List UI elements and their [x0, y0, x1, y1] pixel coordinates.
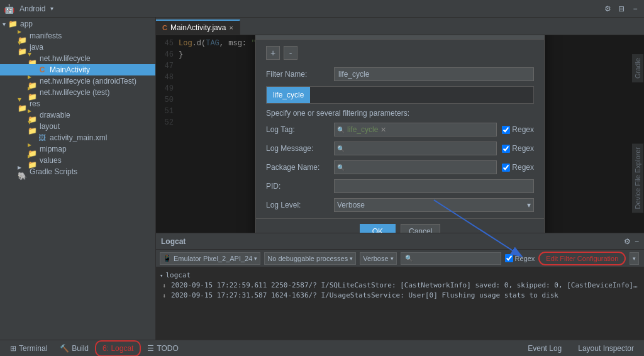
todo-tab[interactable]: ☰ TODO — [141, 342, 184, 355]
sidebar-item-mainactivity[interactable]: C MainActivity — [0, 64, 155, 75]
log-message-input[interactable] — [347, 144, 494, 153]
logcat-title: Logcat — [161, 237, 186, 246]
modal-footer: OK Cancel — [256, 218, 544, 233]
add-filter-button[interactable]: + — [266, 46, 280, 60]
close-tab-icon[interactable]: × — [229, 24, 233, 31]
search-icon: 🔍 — [405, 255, 413, 262]
modal-overlay: 🐱 Create New Logcat Filter ✕ + - — [156, 35, 644, 233]
project-sidebar: ▾ 📁 app ▸ 📁 manifests ▾ 📁 java ▾ 📁 net.h… — [0, 18, 156, 340]
sidebar-item-res[interactable]: ▾ 📁 res — [0, 98, 155, 109]
tab-mainactivity[interactable]: C MainActivity.java × — [156, 19, 240, 35]
log-entry-2: ⬇ 2020-09-15 17:27:31.587 1624-1636/? I/… — [160, 291, 640, 301]
terminal-tab[interactable]: ⊞ Terminal — [4, 342, 53, 355]
sidebar-item-layout[interactable]: ▾ 📁 layout — [0, 121, 155, 132]
xml-file-icon: 🖼 — [38, 133, 47, 142]
chevron-down-icon: ▾ — [633, 255, 636, 262]
top-bar-icons: ⚙ ⊟ − — [602, 4, 640, 14]
log-message-input-wrap: 🔍 — [334, 142, 497, 155]
log-level-icon: ⬇ — [160, 281, 169, 290]
device-icon: 📱 — [163, 254, 172, 262]
build-tab[interactable]: 🔨 Build — [53, 342, 95, 355]
log-tag-regex-checkbox[interactable] — [502, 126, 510, 134]
verbose-selector[interactable]: Verbose ▾ — [360, 252, 396, 265]
search-icon: 🔍 — [337, 126, 345, 133]
layout-inspector-tab[interactable]: Layout Inspector — [572, 342, 640, 355]
log-message-regex-check[interactable]: Regex — [502, 144, 534, 153]
modal-header: 🐱 Create New Logcat Filter ✕ — [256, 35, 544, 40]
logcat-search-box[interactable]: 🔍 — [401, 252, 501, 265]
log-entry-1: ⬇ 2020-09-15 17:22:59.611 2250-2587/? I/… — [160, 281, 640, 291]
sidebar-item-mipmap[interactable]: ▸ 📁 mipmap — [0, 143, 155, 155]
regex-label: Regex — [512, 163, 534, 172]
package-name-label: Package Name: — [266, 163, 329, 172]
package-name-regex-check[interactable]: Regex — [502, 163, 534, 172]
cancel-button[interactable]: Cancel — [401, 224, 440, 233]
sidebar-item-gradle-scripts[interactable]: ▸ 🐘 Gradle Scripts — [0, 166, 155, 177]
folder-icon: ▾ 📁 — [18, 43, 26, 52]
pid-row: PID: — [266, 179, 534, 193]
logcat-regex-label: Regex — [505, 254, 535, 262]
logcat-regex-checkbox[interactable] — [505, 254, 513, 262]
filter-list-item[interactable]: life_cycle — [267, 87, 310, 103]
log-tag-row: Log Tag: 🔍 life_cycle ✕ Regex — [266, 123, 534, 136]
editor-content: 45 Log.d(TAG, msg: "onRestart invoked.")… — [156, 35, 644, 233]
bottom-bar: ⊞ Terminal 🔨 Build 6: Logcat ☰ TODO Even… — [0, 340, 644, 356]
editor-tab-bar: C MainActivity.java × — [156, 18, 644, 35]
emulator-selector[interactable]: 📱 Emulator Pixel_2_API_24 ▾ — [160, 252, 260, 265]
split-icon[interactable]: ⊟ — [616, 4, 626, 14]
dropdown-arrow[interactable]: ▾ — [50, 5, 53, 12]
sidebar-item-lifecycle[interactable]: ▾ 📁 net.hw.lifecycle — [0, 53, 155, 64]
settings-icon[interactable]: ⚙ — [602, 4, 613, 14]
log-level-select[interactable]: Verbose ▾ — [334, 198, 534, 212]
log-text-1: 2020-09-15 17:22:59.611 2250-2587/? I/SQ… — [171, 281, 640, 289]
log-text-2: 2020-09-15 17:27:31.587 1624-1636/? I/Us… — [171, 291, 640, 299]
package-name-regex-checkbox[interactable] — [502, 164, 510, 172]
folder-icon: ▸ 📁 — [28, 88, 36, 97]
package-name-input[interactable] — [347, 163, 494, 172]
remove-filter-button[interactable]: - — [284, 46, 297, 60]
process-selector[interactable]: No debuggable processes ▾ — [264, 252, 356, 265]
minus-icon[interactable]: − — [630, 4, 640, 14]
sidebar-item-activity-main-xml[interactable]: 🖼 activity_main.xml — [0, 132, 155, 143]
edit-filter-button[interactable]: Edit Filter Configuration — [538, 252, 626, 265]
folder-icon: 📁 — [8, 19, 18, 28]
ok-button[interactable]: OK — [360, 224, 396, 233]
build-icon: 🔨 — [60, 344, 69, 353]
log-level-icon: ⬇ — [160, 291, 169, 300]
logcat-toolbar: 📱 Emulator Pixel_2_API_24 ▾ No debuggabl… — [156, 250, 644, 267]
logcat-sublabel: logcat — [165, 271, 191, 279]
log-tag-regex-check[interactable]: Regex — [502, 125, 534, 134]
log-message-label: Log Message: — [266, 144, 329, 153]
sidebar-item-androidtest[interactable]: ▸ 📁 net.hw.lifecycle (androidTest) — [0, 75, 155, 87]
logcat-close-icon[interactable]: − — [635, 237, 639, 246]
specify-label: Specify one or several filtering paramet… — [266, 109, 534, 118]
regex-label: Regex — [512, 144, 534, 153]
terminal-icon: ⊞ — [10, 344, 16, 353]
event-log-tab[interactable]: Event Log — [521, 342, 568, 355]
pid-input[interactable] — [334, 179, 534, 193]
package-name-input-wrap: 🔍 — [334, 160, 497, 174]
sidebar-item-java[interactable]: ▾ 📁 java — [0, 42, 155, 53]
log-level-value: Verbose — [337, 201, 365, 209]
log-message-regex-checkbox[interactable] — [502, 145, 510, 153]
bottom-right-tabs: Event Log Layout Inspector — [521, 342, 640, 355]
filter-name-input[interactable] — [334, 67, 534, 81]
log-level-label: Log Level: — [266, 201, 329, 209]
clear-log-tag-button[interactable]: ✕ — [380, 126, 386, 134]
create-filter-modal: 🐱 Create New Logcat Filter ✕ + - — [255, 35, 545, 233]
filter-name-label: Filter Name: — [266, 70, 329, 79]
regex-label: Regex — [512, 125, 534, 134]
logcat-tab[interactable]: 6: Logcat — [95, 340, 141, 357]
log-message-row: Log Message: 🔍 Regex — [266, 142, 534, 155]
java-tab-icon: C — [162, 24, 167, 31]
folder-icon: ▾ 📁 — [18, 99, 26, 108]
folder-icon: ▾ 📁 — [28, 54, 36, 63]
gradle-icon: ▸ 🐘 — [18, 167, 26, 176]
filter-list: life_cycle — [266, 86, 534, 104]
logcat-settings-icon[interactable]: ⚙ — [624, 237, 631, 246]
android-icon: 🤖 — [4, 4, 14, 14]
modal-body: + - Filter Name: life_cycle — [256, 40, 544, 218]
filter-options-dropdown[interactable]: ▾ — [630, 252, 639, 265]
log-tag-label: Log Tag: — [266, 125, 329, 134]
sidebar-item-drawable[interactable]: ▸ 📁 drawable — [0, 109, 155, 121]
